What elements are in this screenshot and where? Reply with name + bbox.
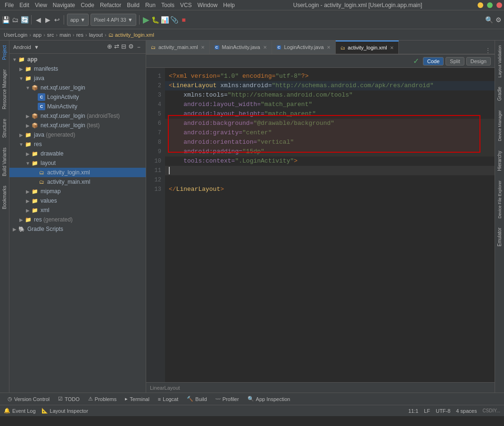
code-line-5[interactable]: android:layout_height="match_parent"	[165, 109, 495, 119]
tree-item-manifests[interactable]: ▶ 📁 manifests	[9, 64, 146, 74]
sidebar-item-layout-validation[interactable]: Layout Validation	[496, 41, 504, 82]
breadcrumb-app[interactable]: app	[33, 32, 41, 38]
code-line-9[interactable]: android:padding="15dp"	[165, 147, 495, 156]
bottom-tab-build[interactable]: 🔨 Build	[183, 395, 210, 403]
settings-panel-icon[interactable]: ⚙	[128, 43, 134, 51]
close-button[interactable]	[496, 2, 502, 8]
sidebar-item-gradle[interactable]: Gradle	[496, 82, 504, 106]
tree-item-java-generated[interactable]: ▶ 📁 java (generated)	[9, 130, 146, 139]
menu-tools[interactable]: Tools	[158, 1, 177, 9]
app-module-button[interactable]: app ▼	[67, 14, 89, 26]
sidebar-item-device-file-explorer[interactable]: Device File Explorer	[496, 176, 504, 223]
search-icon[interactable]: 🔍	[485, 16, 493, 24]
status-position[interactable]: 11:1	[408, 408, 418, 414]
run-icon[interactable]: ▶	[142, 16, 150, 24]
tree-item-gradle-scripts[interactable]: ▶ 🐘 Gradle Scripts	[9, 224, 146, 234]
tree-item-package-main[interactable]: ▼ 📦 net.xqf.user_login	[9, 83, 146, 92]
code-area-wrapper[interactable]: <?xml version="1.0" encoding="utf-8"?> <…	[165, 68, 495, 382]
tree-item-layout[interactable]: ▼ 📁 layout	[9, 158, 146, 168]
tab-login-activity-java[interactable]: C LoginActivity.java ✕	[272, 41, 336, 54]
sync-icon[interactable]: ⇄	[114, 43, 119, 51]
menu-build[interactable]: Build	[124, 1, 142, 9]
tree-item-activity-main[interactable]: 🗂 activity_main.xml	[9, 177, 146, 187]
breadcrumb-file[interactable]: 🗂 activity_login.xml	[108, 32, 154, 38]
tab-main-activity-java[interactable]: C MainActivity.java ✕	[210, 41, 272, 54]
tree-item-app[interactable]: ▼ 📁 app	[9, 55, 146, 64]
code-line-3[interactable]: xmlns:tools="http://schemas.android.com/…	[165, 90, 495, 100]
tree-item-res-generated[interactable]: ▶ 📁 res (generated)	[9, 215, 146, 224]
device-button[interactable]: Pixel 4 API 33 ▼	[91, 14, 136, 26]
tab-activity-login-xml[interactable]: 🗂 activity_login.xml ✕	[336, 41, 399, 54]
tree-item-mipmap[interactable]: ▶ 📁 mipmap	[9, 187, 146, 196]
minimize-button[interactable]	[478, 2, 483, 8]
tree-item-java[interactable]: ▼ 📁 java	[9, 74, 146, 83]
tree-item-values[interactable]: ▶ 📁 values	[9, 196, 146, 205]
sync-icon[interactable]: 🔄	[21, 16, 28, 24]
tab-close-main-activity[interactable]: ✕	[263, 45, 267, 50]
menu-help[interactable]: Help	[220, 1, 238, 9]
code-line-6[interactable]: android:background="@drawable/background…	[165, 119, 495, 128]
sidebar-item-build-variants[interactable]: Build Variants	[0, 143, 8, 181]
sidebar-item-hierarchy[interactable]: Hierarchy	[496, 146, 504, 176]
tree-item-package-test[interactable]: ▶ 📦 net.xqf.user_login (test)	[9, 121, 146, 130]
code-line-11[interactable]	[165, 166, 495, 175]
back-icon[interactable]: ◀	[34, 16, 42, 24]
breadcrumb-userlogin[interactable]: UserLogin	[4, 32, 27, 38]
menu-run[interactable]: Run	[142, 1, 158, 9]
tree-item-package-android-test[interactable]: ▶ 📦 net.xqf.user_login (androidTest)	[9, 111, 146, 121]
breadcrumb-main[interactable]: main	[59, 32, 71, 38]
menu-navigate[interactable]: Navigate	[50, 1, 78, 9]
split-view-button[interactable]: Split	[446, 57, 464, 66]
bottom-tab-logcat[interactable]: ≡ Logcat	[154, 395, 182, 403]
tree-item-login-activity[interactable]: C LoginActivity	[9, 92, 146, 102]
status-indent[interactable]: 4 spaces	[456, 408, 477, 414]
tab-overflow-button[interactable]: ⋮	[481, 47, 495, 54]
code-line-10[interactable]: tools:context=".LoginActivity">	[165, 156, 495, 166]
maximize-button[interactable]	[487, 2, 493, 8]
menu-code[interactable]: Code	[78, 1, 97, 9]
code-content[interactable]: <?xml version="1.0" encoding="utf-8"?> <…	[165, 68, 495, 198]
forward-icon[interactable]: ▶	[44, 16, 51, 24]
menu-window[interactable]: Window	[195, 1, 221, 9]
menu-file[interactable]: File	[2, 1, 17, 9]
tab-close-activity-main[interactable]: ✕	[201, 45, 205, 50]
status-event-log[interactable]: 🔔 Event Log	[4, 408, 36, 414]
code-view-button[interactable]: Code	[423, 57, 444, 66]
code-line-7[interactable]: android:gravity="center"	[165, 128, 495, 138]
settings-icon[interactable]: ⚙	[495, 16, 502, 24]
menu-refactor[interactable]: Refactor	[97, 1, 124, 9]
add-icon[interactable]: ⊕	[107, 43, 112, 51]
profile-icon[interactable]: 📊	[161, 16, 169, 24]
sidebar-item-device-manager[interactable]: Device Manager	[496, 106, 504, 146]
menu-edit[interactable]: Edit	[17, 1, 32, 9]
stop-icon[interactable]: ■	[180, 16, 188, 24]
tab-close-activity-login[interactable]: ✕	[390, 45, 394, 50]
save-all-icon[interactable]: 🗂	[11, 16, 19, 24]
tree-item-res[interactable]: ▼ 📁 res	[9, 139, 146, 149]
status-layout-inspector[interactable]: 📐 Layout Inspector	[41, 408, 88, 414]
bottom-tab-app-inspection[interactable]: 🔍 App Inspection	[244, 395, 294, 403]
tree-item-xml-dir[interactable]: ▶ 📁 xml	[9, 205, 146, 215]
sidebar-item-bookmarks[interactable]: Bookmarks	[0, 181, 8, 214]
menu-vcs[interactable]: VCS	[177, 1, 195, 9]
status-encoding[interactable]: UTF-8	[436, 408, 450, 414]
menu-view[interactable]: View	[32, 1, 50, 9]
sidebar-item-structure[interactable]: Structure	[0, 114, 8, 143]
attach-icon[interactable]: 📎	[171, 16, 178, 24]
design-view-button[interactable]: Design	[466, 57, 491, 66]
breadcrumb-src[interactable]: src	[47, 32, 54, 38]
save-icon[interactable]: 💾	[2, 16, 9, 24]
code-line-12[interactable]	[165, 175, 495, 185]
status-line-ending[interactable]: LF	[424, 408, 430, 414]
tree-item-drawable[interactable]: ▶ 📁 drawable	[9, 149, 146, 158]
sidebar-item-emulator[interactable]: Emulator	[496, 223, 504, 251]
code-line-13[interactable]: </LinearLayout>	[165, 185, 495, 194]
bottom-tab-version-control[interactable]: ◷ Version Control	[4, 395, 53, 403]
minimize-panel-icon[interactable]: －	[136, 43, 142, 51]
breadcrumb-res[interactable]: res	[76, 32, 83, 38]
code-line-1[interactable]: <?xml version="1.0" encoding="utf-8"?>	[165, 72, 495, 81]
code-line-2[interactable]: <LinearLayout xmlns:android="http://sche…	[165, 81, 495, 90]
sidebar-item-resource-manager[interactable]: Resource Manager	[0, 65, 8, 114]
android-dropdown-icon[interactable]: ▼	[34, 44, 39, 50]
bottom-tab-terminal[interactable]: ▸ Terminal	[121, 395, 153, 403]
